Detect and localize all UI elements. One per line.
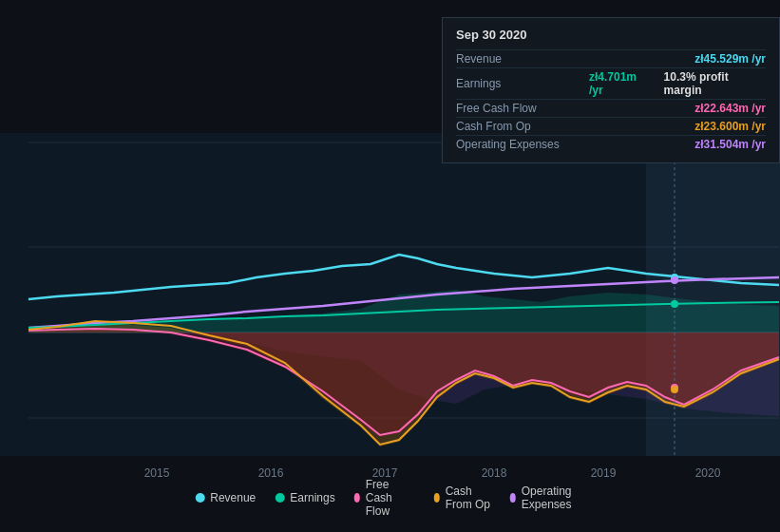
legend-fcf-dot [354, 493, 360, 503]
svg-point-11 [671, 386, 678, 393]
legend-revenue-label: Revenue [210, 491, 256, 504]
tooltip-cashop-value: zł23.600m /yr [694, 120, 766, 133]
x-axis-2015: 2015 [144, 466, 170, 480]
legend-revenue[interactable]: Revenue [195, 491, 256, 504]
legend-fcf[interactable]: Free Cash Flow [354, 478, 415, 518]
chart-container: Sep 30 2020 Revenue zł45.529m /yr Earnin… [0, 0, 780, 532]
svg-point-9 [671, 300, 678, 308]
legend-opex-dot [510, 493, 516, 503]
tooltip-opex-value: zł31.504m /yr [694, 138, 766, 151]
legend-earnings[interactable]: Earnings [275, 491, 334, 504]
legend-earnings-label: Earnings [290, 491, 334, 504]
tooltip-earnings-row: Earnings zł4.701m /yr 10.3% profit margi… [456, 67, 766, 99]
legend-cashop-label: Cash From Op [446, 484, 491, 511]
tooltip-fcf-label: Free Cash Flow [456, 102, 570, 115]
tooltip-cashop-row: Cash From Op zł23.600m /yr [456, 117, 766, 135]
svg-point-8 [671, 276, 678, 284]
x-axis-2019: 2019 [591, 466, 617, 480]
tooltip-fcf-row: Free Cash Flow zł22.643m /yr [456, 99, 766, 117]
tooltip-box: Sep 30 2020 Revenue zł45.529m /yr Earnin… [442, 17, 780, 163]
tooltip-opex-label: Operating Expenses [456, 138, 570, 151]
tooltip-revenue-value: zł45.529m /yr [694, 52, 766, 66]
tooltip-cashop-label: Cash From Op [456, 120, 570, 133]
x-axis-2020: 2020 [695, 466, 721, 480]
tooltip-earnings-label: Earnings [456, 77, 570, 90]
main-svg-chart [0, 133, 780, 456]
legend-fcf-label: Free Cash Flow [366, 478, 415, 518]
chart-legend: Revenue Earnings Free Cash Flow Cash Fro… [195, 478, 585, 518]
legend-earnings-dot [275, 493, 284, 503]
legend-opex[interactable]: Operating Expenses [510, 484, 585, 511]
legend-cashop[interactable]: Cash From Op [434, 484, 491, 511]
tooltip-opex-row: Operating Expenses zł31.504m /yr [456, 135, 766, 153]
tooltip-fcf-value: zł22.643m /yr [694, 102, 766, 115]
tooltip-earnings-value: zł4.701m /yr [589, 70, 652, 97]
legend-opex-label: Operating Expenses [522, 484, 585, 511]
legend-revenue-dot [195, 493, 204, 503]
tooltip-revenue-label: Revenue [456, 52, 570, 66]
tooltip-revenue-row: Revenue zł45.529m /yr [456, 49, 766, 67]
tooltip-profit-margin: 10.3% profit margin [664, 70, 766, 97]
tooltip-date: Sep 30 2020 [456, 28, 766, 42]
legend-cashop-dot [434, 493, 440, 503]
